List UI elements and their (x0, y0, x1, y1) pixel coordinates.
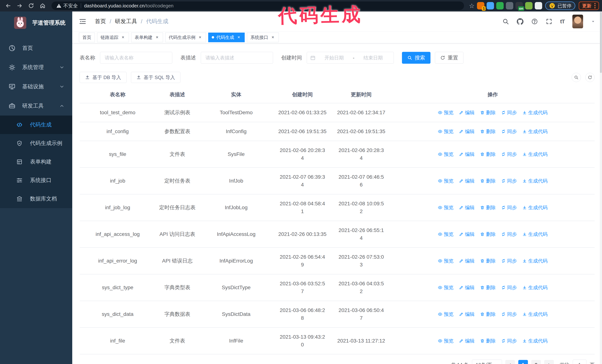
close-icon[interactable]: × (155, 35, 160, 40)
close-icon[interactable]: × (121, 35, 125, 40)
sync-action-link[interactable]: 同步 (501, 230, 517, 238)
trash-action-link[interactable]: 删除 (480, 150, 496, 158)
extension-dark-switch-icon[interactable]: on (516, 2, 523, 10)
trash-action-link[interactable]: 删除 (480, 310, 496, 318)
download-action-link[interactable]: 生成代码 (522, 177, 548, 185)
table-name-input[interactable] (100, 52, 172, 64)
edit-action-link[interactable]: 编辑 (459, 128, 474, 135)
sync-action-link[interactable]: 同步 (501, 128, 517, 135)
extension-orange-icon[interactable]: 1 (477, 2, 484, 10)
address-bar[interactable]: 不安全 dashboard.yudao.iocoder.cn/tool/code… (52, 1, 464, 10)
sync-action-link[interactable]: 同步 (501, 109, 517, 116)
download-action-link[interactable]: 生成代码 (522, 204, 548, 211)
font-size-icon[interactable]: tT (560, 18, 565, 25)
download-action-link[interactable]: 生成代码 (522, 310, 548, 318)
tag-tab-首页[interactable]: 首页 (79, 32, 95, 42)
app-logo-row[interactable]: 芋道管理系统 (0, 11, 72, 34)
refresh-table-button[interactable] (585, 73, 595, 82)
sidebar-item-system[interactable]: 系统管理 (0, 58, 72, 77)
page-scrollbar[interactable] (600, 11, 602, 364)
tag-tab-链路追踪[interactable]: 链路追踪 × (97, 32, 129, 42)
create-time-range-picker[interactable]: 开始日期 - 结束日期 (307, 52, 394, 64)
close-icon[interactable]: × (270, 35, 275, 40)
bookmark-star-icon[interactable]: ☆ (468, 2, 476, 10)
goto-page-input[interactable] (573, 360, 586, 364)
eye-action-link[interactable]: 预览 (438, 337, 453, 345)
github-icon[interactable] (517, 18, 524, 25)
sidebar-item-infra[interactable]: 基础设施 (0, 77, 72, 96)
browser-forward-button[interactable] (14, 1, 25, 10)
sync-action-link[interactable]: 同步 (501, 284, 517, 291)
sidebar-subitem-form-builder[interactable]: 表单构建 (0, 153, 72, 171)
sidebar-subitem-db-doc[interactable]: 数据库文档 (0, 190, 72, 208)
eye-action-link[interactable]: 预览 (438, 177, 453, 185)
tag-tab-系统接口[interactable]: 系统接口 × (247, 32, 279, 42)
header-search-icon[interactable] (502, 18, 509, 25)
toggle-search-button[interactable] (572, 73, 581, 82)
fullscreen-icon[interactable] (546, 18, 552, 25)
trash-action-link[interactable]: 删除 (480, 284, 496, 291)
sidebar-subitem-codegen[interactable]: 代码生成 (0, 115, 72, 134)
trash-action-link[interactable]: 删除 (480, 109, 496, 116)
edit-action-link[interactable]: 编辑 (459, 310, 474, 318)
sync-action-link[interactable]: 同步 (501, 204, 517, 211)
eye-action-link[interactable]: 预览 (438, 310, 453, 318)
edit-action-link[interactable]: 编辑 (459, 230, 474, 238)
browser-menu-icon[interactable] (594, 3, 595, 8)
edit-action-link[interactable]: 编辑 (459, 109, 474, 116)
eye-action-link[interactable]: 预览 (438, 128, 453, 135)
search-button[interactable]: 搜索 (402, 52, 430, 64)
browser-back-button[interactable] (3, 1, 13, 10)
end-date-placeholder[interactable]: 结束日期 (356, 55, 390, 61)
sync-action-link[interactable]: 同步 (501, 150, 517, 158)
download-action-link[interactable]: 生成代码 (522, 128, 548, 135)
tag-tab-代码生成[interactable]: 代码生成 × (208, 32, 245, 42)
prev-page-button[interactable] (505, 360, 515, 364)
sync-action-link[interactable]: 同步 (501, 337, 517, 345)
page-button-2[interactable]: 2 (531, 360, 541, 364)
sidebar-subitem-codegen-demo[interactable]: 代码生成示例 (0, 134, 72, 153)
edit-action-link[interactable]: 编辑 (459, 337, 474, 345)
edit-action-link[interactable]: 编辑 (459, 177, 474, 185)
user-menu-caret-icon[interactable] (591, 19, 595, 24)
sync-action-link[interactable]: 同步 (501, 177, 517, 185)
close-icon[interactable]: × (198, 35, 203, 40)
user-avatar[interactable] (572, 15, 583, 28)
edit-action-link[interactable]: 编辑 (459, 257, 474, 265)
sidebar-item-home[interactable]: 首页 (0, 39, 72, 58)
edit-action-link[interactable]: 编辑 (459, 204, 474, 211)
eye-action-link[interactable]: 预览 (438, 230, 453, 238)
eye-action-link[interactable]: 预览 (438, 257, 453, 265)
browser-update-button[interactable]: 更新 (579, 1, 599, 10)
reset-button[interactable]: 重置 (435, 52, 463, 64)
trash-action-link[interactable]: 删除 (480, 128, 496, 135)
breadcrumb-item[interactable]: 研发工具 (115, 18, 137, 25)
extension-puzzle-icon[interactable] (535, 2, 542, 10)
page-size-select[interactable]: 10条/页 (472, 360, 502, 364)
sidebar-item-devtools[interactable]: 研发工具 (0, 96, 72, 115)
trash-action-link[interactable]: 删除 (480, 204, 496, 211)
table-desc-input[interactable] (201, 52, 273, 64)
sync-action-link[interactable]: 同步 (501, 310, 517, 318)
import-db-button[interactable]: 基于 DB 导入 (80, 72, 127, 83)
page-button-1[interactable]: 1 (518, 360, 528, 364)
breadcrumb-item[interactable]: 首页 (95, 18, 106, 25)
import-sql-button[interactable]: 基于 SQL 导入 (131, 72, 181, 83)
eye-action-link[interactable]: 预览 (438, 150, 453, 158)
trash-action-link[interactable]: 删除 (480, 177, 496, 185)
download-action-link[interactable]: 生成代码 (522, 337, 548, 345)
sync-action-link[interactable]: 同步 (501, 257, 517, 265)
trash-action-link[interactable]: 删除 (480, 230, 496, 238)
extension-key-icon[interactable] (525, 2, 533, 10)
eye-action-link[interactable]: 预览 (438, 284, 453, 291)
download-action-link[interactable]: 生成代码 (522, 150, 548, 158)
download-action-link[interactable]: 生成代码 (522, 257, 548, 265)
sidebar-collapse-icon[interactable] (79, 18, 86, 25)
extension-green-check-icon[interactable] (496, 2, 504, 10)
download-action-link[interactable]: 生成代码 (522, 109, 548, 116)
download-action-link[interactable]: 生成代码 (522, 230, 548, 238)
close-icon[interactable]: × (236, 35, 241, 40)
sidebar-subitem-system-api[interactable]: 系统接口 (0, 171, 72, 190)
edit-action-link[interactable]: 编辑 (459, 150, 474, 158)
browser-home-button[interactable] (37, 1, 48, 10)
